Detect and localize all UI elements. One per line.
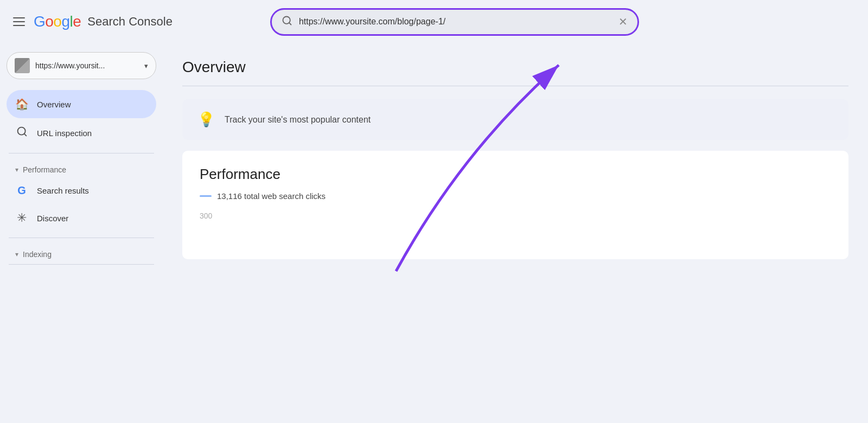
chevron-down-icon: ▾	[15, 166, 18, 174]
hamburger-menu-button[interactable]	[13, 17, 25, 26]
sidebar-item-discover[interactable]: ✳ Discover	[7, 204, 156, 232]
track-card-text: Track your site's most popular content	[225, 115, 371, 125]
perf-stat-dash	[200, 195, 212, 197]
site-url-text: https://www.yoursit...	[35, 61, 139, 70]
main-layout: https://www.yoursit... ▾ 🏠 Overview URL …	[0, 43, 868, 423]
performance-section-header[interactable]: ▾ Performance	[7, 159, 156, 177]
chart-y-label: 300	[200, 211, 831, 220]
search-icon	[15, 126, 28, 140]
close-icon[interactable]: ✕	[618, 15, 628, 28]
perf-stat-text: 13,116 total web search clicks	[217, 191, 326, 201]
page-title: Overview	[182, 59, 848, 76]
sidebar-item-search-results[interactable]: G Search results	[7, 177, 156, 204]
sidebar-item-url-inspection-label: URL inspection	[37, 129, 92, 138]
chevron-down-icon: ▾	[15, 251, 18, 258]
sidebar-item-search-results-label: Search results	[37, 186, 89, 195]
logo-area: Google Search Console	[34, 13, 173, 30]
header-left: Google Search Console	[13, 13, 173, 30]
sidebar-item-url-inspection[interactable]: URL inspection	[7, 118, 156, 148]
perf-stat-row: 13,116 total web search clicks	[200, 191, 831, 201]
sidebar-divider-1	[9, 153, 154, 153]
google-logo: Google	[34, 13, 81, 30]
google-g-icon: G	[15, 184, 28, 197]
chevron-down-icon: ▾	[144, 62, 148, 70]
console-title: Search Console	[87, 15, 173, 29]
url-input[interactable]	[299, 17, 612, 27]
lightbulb-icon: 💡	[197, 111, 215, 128]
site-selector[interactable]: https://www.yoursit... ▾	[7, 52, 156, 79]
sidebar-item-overview-label: Overview	[37, 100, 71, 109]
search-icon	[282, 15, 292, 29]
site-favicon	[15, 58, 30, 73]
performance-card-title: Performance	[200, 166, 831, 183]
url-search-bar[interactable]: ✕	[270, 8, 639, 36]
discover-icon: ✳	[15, 211, 28, 225]
svg-line-3	[24, 134, 26, 136]
performance-card: Performance 13,116 total web search clic…	[182, 151, 848, 259]
sidebar-item-overview[interactable]: 🏠 Overview	[7, 90, 156, 118]
performance-section-title: Performance	[23, 165, 66, 174]
svg-line-1	[289, 22, 291, 24]
sidebar: https://www.yoursit... ▾ 🏠 Overview URL …	[0, 43, 163, 423]
sidebar-divider-2	[9, 238, 154, 238]
header: Google Search Console ✕	[0, 0, 868, 43]
sidebar-divider-3	[9, 264, 154, 265]
home-icon: 🏠	[15, 98, 28, 111]
indexing-section-header[interactable]: ▾ Indexing	[7, 243, 156, 262]
sidebar-item-discover-label: Discover	[37, 214, 68, 223]
content-area: Overview 💡 Track your site's most popula…	[163, 43, 868, 423]
track-popular-card: 💡 Track your site's most popular content	[182, 99, 848, 140]
content-divider	[182, 86, 848, 86]
indexing-section-title: Indexing	[23, 250, 52, 259]
